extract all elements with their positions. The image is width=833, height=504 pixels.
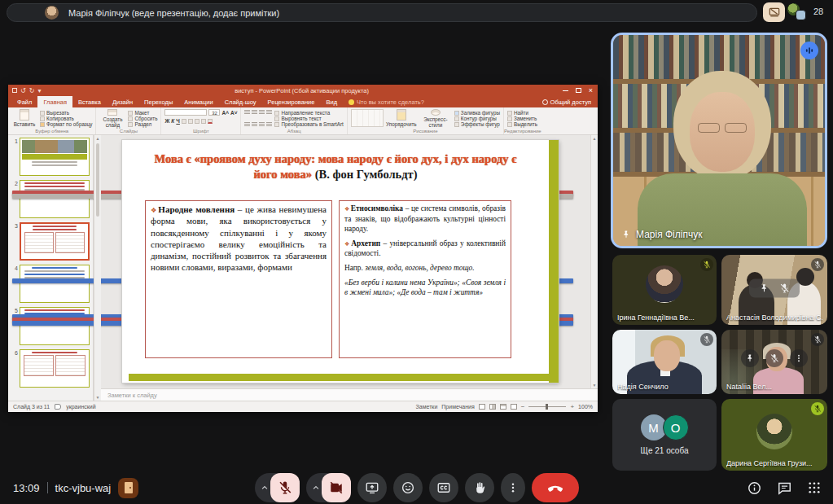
quick-access-toolbar[interactable]: ↺ ↻ ▾ xyxy=(12,87,41,94)
align-left-icon[interactable] xyxy=(244,122,250,127)
notes-toggle[interactable]: Заметки xyxy=(416,404,438,410)
camera-toggle-button[interactable] xyxy=(322,473,351,502)
reading-view-icon[interactable] xyxy=(500,404,506,410)
slide-thumbnail-1[interactable]: 1 xyxy=(8,138,91,176)
spotlight-tile[interactable]: Марія Філіпчук xyxy=(611,33,827,248)
scroll-up-icon[interactable]: ▲ xyxy=(94,136,101,141)
meeting-room-icon[interactable] xyxy=(118,478,138,498)
activities-button[interactable] xyxy=(807,480,822,495)
format-painter-button[interactable]: Формат по образцу xyxy=(40,121,92,127)
italic-button[interactable]: К xyxy=(171,118,174,124)
layout-button[interactable]: Макет xyxy=(128,110,157,116)
slide-thumbnail-2[interactable]: 2 xyxy=(8,180,91,218)
participants-avatar-stack[interactable] xyxy=(787,3,809,21)
align-text-button[interactable]: Выровнять текст xyxy=(274,116,343,121)
shape-effects-button[interactable]: Эффекты фигур xyxy=(454,121,500,127)
reactions-button[interactable] xyxy=(393,473,423,502)
align-center-icon[interactable] xyxy=(252,122,257,127)
character-spacing-icon[interactable] xyxy=(195,119,199,124)
text-shadow-icon[interactable] xyxy=(182,119,186,124)
cut-button[interactable]: Вырезать xyxy=(40,110,92,116)
tile-hover-controls[interactable] xyxy=(741,349,808,367)
participant-tile[interactable]: Надія Сенчило xyxy=(612,330,717,394)
participant-tile[interactable]: Ірина Геннадіївна Ве... xyxy=(612,255,717,325)
zoom-level[interactable]: 100% xyxy=(578,404,593,410)
replace-button[interactable]: Заменить xyxy=(507,116,537,121)
smartart-button[interactable]: Преобразовать в SmartArt xyxy=(274,121,343,127)
captions-button[interactable] xyxy=(429,473,458,502)
raise-hand-button[interactable] xyxy=(465,473,494,502)
chat-button[interactable] xyxy=(777,480,792,496)
save-icon[interactable] xyxy=(12,88,17,93)
participant-tile[interactable]: Дарина Сергіївна Грузи... xyxy=(721,399,827,471)
tile-hover-controls[interactable] xyxy=(749,279,800,298)
slide-editor-area[interactable]: Мова є «проявом духу народу: мова народу… xyxy=(101,135,598,388)
grow-font-icon[interactable]: A˄ xyxy=(221,110,229,116)
share-button[interactable]: Общий доступ xyxy=(542,96,598,107)
slide-thumbnail-6[interactable]: 6 xyxy=(8,349,91,388)
tab-file[interactable]: Файл xyxy=(11,96,37,107)
slideshow-view-icon[interactable] xyxy=(511,404,517,410)
bold-button[interactable]: Ж xyxy=(164,118,169,124)
slide-number-indicator[interactable]: Слайд 3 из 11 xyxy=(13,404,50,410)
underline-button[interactable]: Ч xyxy=(176,118,180,124)
slide-thumbnail-4[interactable]: 4 xyxy=(8,265,91,303)
tell-me-box[interactable]: Что вы хотите сделать? xyxy=(343,96,430,107)
overflow-participants-tile[interactable]: M O Ще 21 особа xyxy=(612,399,717,471)
mic-toggle-button[interactable] xyxy=(270,473,300,502)
change-case-icon[interactable] xyxy=(201,119,206,124)
participant-count[interactable]: 28 xyxy=(813,7,823,16)
quick-styles-button[interactable]: Экспресс-стили xyxy=(419,109,452,128)
tab-view[interactable]: Вид xyxy=(320,96,343,107)
text-direction-button[interactable]: Направление текста xyxy=(274,110,343,116)
restore-button[interactable] xyxy=(576,88,581,93)
font-size-box[interactable]: 32 xyxy=(208,109,220,116)
more-options-button[interactable] xyxy=(501,473,525,502)
tab-slideshow[interactable]: Слайд-шоу xyxy=(219,96,262,107)
slide-thumbnail-5[interactable]: 5 xyxy=(8,307,91,345)
zoom-in-icon[interactable]: + xyxy=(570,403,574,410)
shape-fill-button[interactable]: Заливка фигуры xyxy=(454,110,500,116)
more-options-button[interactable] xyxy=(790,349,808,367)
numbering-icon[interactable] xyxy=(252,110,257,115)
scroll-down-icon[interactable]: ▼ xyxy=(94,395,101,400)
slide-title[interactable]: Мова є «проявом духу народу: мова народу… xyxy=(143,151,528,182)
paste-button[interactable]: Вставить xyxy=(11,109,37,128)
presentation-status-button[interactable] xyxy=(763,2,785,22)
shrink-font-icon[interactable]: A˅ xyxy=(230,110,238,116)
slide-textbox-right[interactable]: ❖Етносимволіка – це система символів, об… xyxy=(339,200,511,358)
spellcheck-icon[interactable] xyxy=(55,404,61,410)
bullets-icon[interactable] xyxy=(244,110,250,115)
participant-tile[interactable]: Nataliia Вел... xyxy=(721,330,827,394)
tab-home[interactable]: Главная xyxy=(37,96,72,107)
participant-tile[interactable]: Анастасія Володимирівна С... xyxy=(721,255,827,325)
pin-button[interactable] xyxy=(741,349,759,367)
slide-textbox-left[interactable]: ❖Народне мовлення – це жива невимушена ф… xyxy=(145,200,332,358)
thumbnails-scrollbar[interactable]: ▲ ▼ xyxy=(94,135,101,401)
mute-button[interactable] xyxy=(765,349,783,367)
shapes-gallery[interactable] xyxy=(351,109,384,127)
comments-toggle[interactable]: Примечания xyxy=(441,404,474,410)
zoom-out-icon[interactable]: − xyxy=(521,403,525,410)
tab-animations[interactable]: Анимации xyxy=(178,96,218,107)
notes-pane[interactable]: Заметки к слайду xyxy=(101,388,598,401)
tab-review[interactable]: Рецензирование xyxy=(262,96,321,107)
shape-outline-button[interactable]: Контур фигуры xyxy=(454,116,500,121)
copy-button[interactable]: Копировать xyxy=(40,116,92,121)
mic-options-chevron[interactable] xyxy=(259,482,270,493)
new-slide-button[interactable]: Создать слайд xyxy=(99,109,125,128)
justify-icon[interactable] xyxy=(266,122,272,127)
editor-scrollbar[interactable]: ▲ ▼ xyxy=(590,135,598,388)
font-name-box[interactable] xyxy=(164,109,207,116)
leave-call-button[interactable] xyxy=(532,473,579,502)
font-color-icon[interactable] xyxy=(208,119,213,124)
find-button[interactable]: Найти xyxy=(507,110,537,116)
align-right-icon[interactable] xyxy=(259,122,265,127)
redo-icon[interactable]: ↻ xyxy=(29,87,35,94)
tab-design[interactable]: Дизайн xyxy=(107,96,138,107)
present-button[interactable] xyxy=(357,473,387,502)
indent-increase-icon[interactable] xyxy=(266,110,272,115)
tab-insert[interactable]: Вставка xyxy=(72,96,107,107)
indent-decrease-icon[interactable] xyxy=(259,110,265,115)
undo-icon[interactable]: ↺ xyxy=(20,87,26,94)
